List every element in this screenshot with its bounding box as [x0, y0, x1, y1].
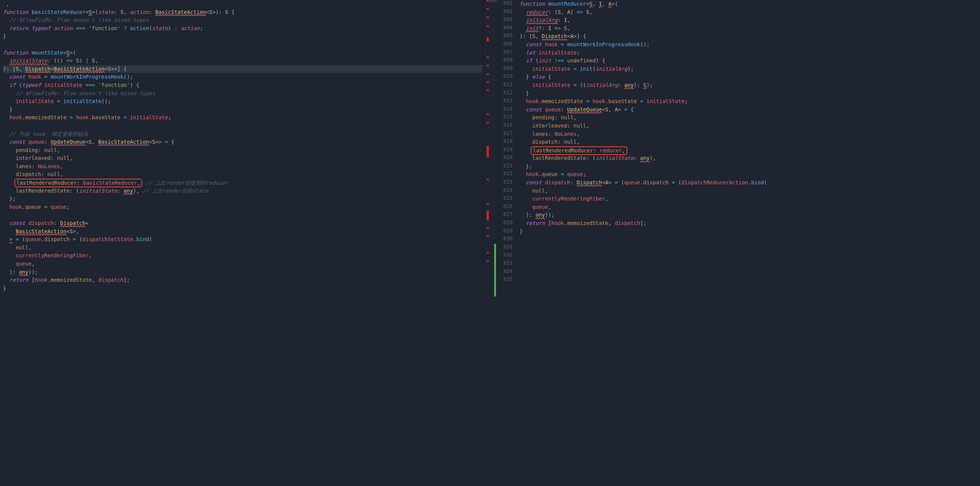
code-line[interactable]: lastRenderedState: (initialState: any), …: [3, 187, 482, 195]
change-marker: [487, 73, 489, 75]
code-line[interactable]: }: [520, 227, 980, 236]
code-line[interactable]: hook.queue = queue;: [520, 170, 980, 179]
code-line[interactable]: [520, 252, 980, 260]
code-line[interactable]: ): [S, Dispatch<A>] {: [520, 32, 980, 41]
code-line[interactable]: if (init !== undefined) {: [520, 57, 980, 65]
code-line[interactable]: initialState = initialState();: [3, 97, 482, 106]
code-line[interactable]: }: [520, 89, 980, 98]
code-line[interactable]: interleaved: null,: [520, 122, 980, 130]
code-line[interactable]: initialArg: I,: [520, 16, 980, 24]
code-line[interactable]: lastRenderedReducer: basicStateReducer, …: [3, 179, 482, 187]
line-number: 823: [498, 178, 513, 186]
line-number: 825: [498, 194, 513, 202]
code-line[interactable]: null,: [3, 244, 482, 252]
line-number: 821: [498, 162, 513, 170]
line-number: 816: [498, 121, 513, 129]
code-line[interactable]: initialState = ((initialArg: any): S);: [520, 81, 980, 89]
code-line[interactable]: reducer: (S, A) => S,: [520, 8, 980, 17]
code-line[interactable]: queue,: [520, 203, 980, 211]
change-marker: [487, 227, 489, 229]
line-number: 824: [498, 186, 513, 194]
code-line[interactable]: function mountState<S>(: [3, 49, 482, 57]
code-line[interactable]: return typeof action === 'function' ? ac…: [3, 24, 482, 33]
code-line[interactable]: [520, 235, 980, 244]
code-line[interactable]: return [hook.memoizedState, dispatch];: [520, 219, 980, 227]
line-number: 803: [498, 16, 513, 24]
code-line[interactable]: currentlyRenderingFiber,: [3, 252, 482, 260]
code-line[interactable]: hook.memoizedState = hook.baseState = in…: [520, 97, 980, 106]
line-number: 819: [498, 146, 513, 154]
code-line[interactable]: [520, 276, 980, 284]
code-line[interactable]: };: [520, 162, 980, 171]
code-line[interactable]: const hook = mountWorkInProgressHook();: [3, 73, 482, 81]
left-editor-pane[interactable]: ,function basicStateReducer<S>(state: S,…: [0, 0, 483, 486]
change-marker: [487, 203, 489, 205]
code-line[interactable]: const hook = mountWorkInProgressHook();: [520, 41, 980, 49]
right-code-area[interactable]: function mountReducer<S, I, A>( reducer:…: [498, 0, 980, 284]
right-editor-pane[interactable]: 8018028038048058068078088098108118128138…: [498, 0, 980, 486]
line-number: 805: [498, 32, 513, 40]
code-line[interactable]: return [hook.memoizedState, dispatch];: [3, 276, 482, 284]
code-line[interactable]: }: [3, 284, 482, 293]
code-line[interactable]: } else {: [520, 73, 980, 81]
code-line[interactable]: initialState = init(initialArg);: [520, 65, 980, 73]
line-number: 815: [498, 113, 513, 121]
change-marker: [487, 252, 489, 254]
code-line[interactable]: function basicStateReducer<S>(state: S, …: [3, 8, 482, 17]
line-number: 826: [498, 202, 513, 211]
code-line[interactable]: [520, 268, 980, 276]
code-line[interactable]: const dispatch: Dispatch<: [3, 219, 482, 227]
line-number: 820: [498, 154, 513, 162]
code-line[interactable]: [3, 122, 482, 130]
change-marker: [487, 146, 489, 157]
code-line[interactable]: const queue: UpdateQueue<S, A> = {: [520, 106, 980, 114]
code-line[interactable]: }: [3, 106, 482, 114]
code-line[interactable]: const dispatch: Dispatch<A> = (queue.dis…: [520, 179, 980, 187]
line-number: 812: [498, 89, 513, 97]
code-line[interactable]: init?: I => S,: [520, 24, 980, 33]
code-line[interactable]: [3, 211, 482, 219]
code-line[interactable]: [3, 41, 482, 49]
line-number: 807: [498, 48, 513, 56]
code-line[interactable]: dispatch: null,: [3, 170, 482, 179]
code-line[interactable]: }: [3, 32, 482, 41]
code-line[interactable]: ,: [3, 0, 482, 8]
change-marker: [487, 65, 489, 66]
line-number: 829: [498, 227, 513, 235]
code-line[interactable]: if (typeof initialState === 'function') …: [3, 81, 482, 89]
code-line[interactable]: };: [3, 195, 482, 203]
change-marker: [487, 211, 489, 221]
line-number: 828: [498, 219, 513, 227]
code-line[interactable]: [520, 260, 980, 268]
code-line[interactable]: ): [S, Dispatch<BasicStateAction<S>>] {: [3, 65, 482, 73]
code-line[interactable]: lanes: NoLanes,: [3, 162, 482, 171]
code-line[interactable]: ): any));: [3, 268, 482, 276]
code-line[interactable]: dispatch: null,: [520, 138, 980, 146]
code-line[interactable]: hook.memoizedState = hook.baseState = in…: [3, 114, 482, 122]
code-line[interactable]: currentlyRenderingFiber,: [520, 195, 980, 203]
code-line[interactable]: lastRenderedState: (initialState: any),: [520, 154, 980, 162]
code-line[interactable]: let initialState;: [520, 49, 980, 57]
code-line[interactable]: pending: null,: [520, 114, 980, 122]
code-line[interactable]: hook.queue = queue;: [3, 203, 482, 211]
code-line[interactable]: > = (queue.dispatch = (dispatchSetState.…: [3, 235, 482, 244]
code-line[interactable]: function mountReducer<S, I, A>(: [520, 0, 980, 8]
change-marker: [487, 38, 489, 41]
code-line[interactable]: [520, 244, 980, 252]
code-line[interactable]: ): any));: [520, 211, 980, 219]
change-marker: [487, 0, 489, 2]
line-number: 813: [498, 97, 513, 105]
code-line[interactable]: interleaved: null,: [3, 154, 482, 162]
code-line[interactable]: // $FlowFixMe: Flow doesn't like mixed t…: [3, 16, 482, 24]
code-line[interactable]: pending: null,: [3, 146, 482, 155]
left-code-area[interactable]: ,function basicStateReducer<S>(state: S,…: [0, 0, 482, 292]
code-line[interactable]: lastRenderedReducer: reducer,: [520, 146, 980, 155]
code-line[interactable]: const queue: UpdateQueue<S, BasicStateAc…: [3, 138, 482, 146]
code-line[interactable]: BasicStateAction<S>,: [3, 227, 482, 236]
code-line[interactable]: initialState: (() => S) | S,: [3, 57, 482, 65]
code-line[interactable]: // $FlowFixMe: Flow doesn't like mixed t…: [3, 89, 482, 98]
code-line[interactable]: queue,: [3, 260, 482, 268]
code-line[interactable]: lanes: NoLanes,: [520, 130, 980, 138]
code-line[interactable]: null,: [520, 187, 980, 195]
code-line[interactable]: // 为该 hook 绑定更新的链表: [3, 130, 482, 138]
